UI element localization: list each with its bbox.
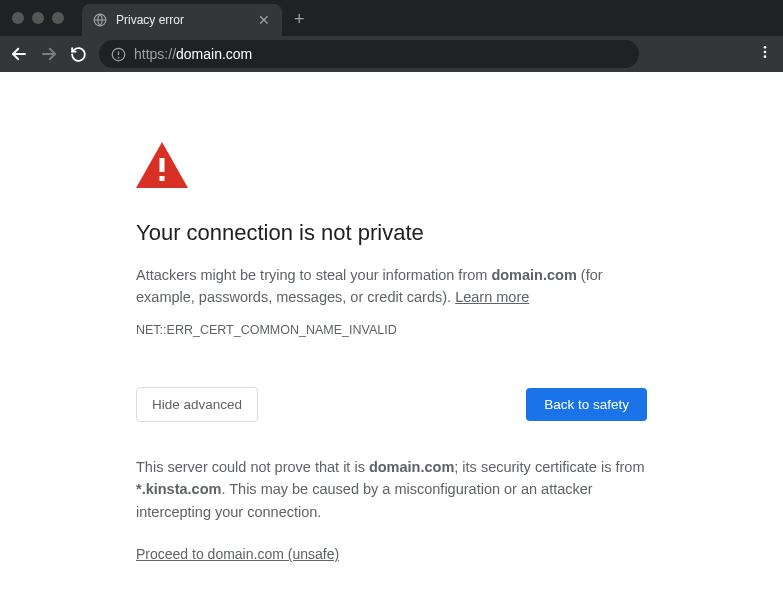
address-bar[interactable]: https://domain.com — [99, 40, 639, 68]
close-tab-icon[interactable]: ✕ — [256, 12, 272, 28]
page-content: Your connection is not private Attackers… — [0, 72, 783, 563]
button-row: Hide advanced Back to safety — [136, 387, 647, 422]
error-description: Attackers might be trying to steal your … — [136, 264, 647, 309]
svg-point-8 — [764, 51, 767, 54]
tab-title: Privacy error — [116, 13, 248, 27]
svg-point-6 — [118, 57, 119, 58]
error-headline: Your connection is not private — [136, 220, 647, 246]
warning-triangle-icon — [136, 142, 647, 192]
browser-tab[interactable]: Privacy error ✕ — [82, 4, 282, 36]
browser-menu-button[interactable] — [757, 44, 773, 64]
reload-button[interactable] — [70, 46, 87, 63]
url-domain: domain.com — [176, 46, 252, 62]
proceed-unsafe-link[interactable]: Proceed to domain.com (unsafe) — [136, 546, 339, 562]
url-text: https://domain.com — [134, 46, 252, 62]
tab-strip: Privacy error ✕ + — [82, 0, 305, 36]
not-secure-icon — [111, 47, 126, 62]
svg-rect-12 — [160, 176, 165, 181]
svg-rect-11 — [160, 158, 165, 172]
forward-button[interactable] — [40, 45, 58, 63]
learn-more-link[interactable]: Learn more — [455, 289, 529, 305]
minimize-window-button[interactable] — [32, 12, 44, 24]
hide-advanced-button[interactable]: Hide advanced — [136, 387, 258, 422]
back-button[interactable] — [10, 45, 28, 63]
close-window-button[interactable] — [12, 12, 24, 24]
back-to-safety-button[interactable]: Back to safety — [526, 388, 647, 421]
browser-toolbar: https://domain.com — [0, 36, 783, 72]
new-tab-button[interactable]: + — [294, 9, 305, 30]
maximize-window-button[interactable] — [52, 12, 64, 24]
window-controls — [12, 12, 64, 24]
error-code: NET::ERR_CERT_COMMON_NAME_INVALID — [136, 323, 647, 337]
error-domain: domain.com — [491, 267, 576, 283]
url-protocol: https:// — [134, 46, 176, 62]
globe-icon — [92, 12, 108, 28]
window-title-bar: Privacy error ✕ + — [0, 0, 783, 36]
advanced-details: This server could not prove that it is d… — [136, 456, 647, 523]
svg-point-7 — [764, 46, 767, 49]
svg-point-9 — [764, 55, 767, 58]
